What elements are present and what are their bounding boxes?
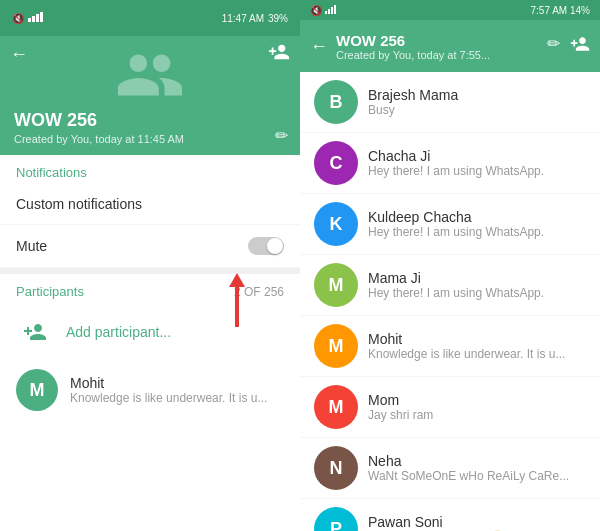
- right-edit-button[interactable]: ✏: [547, 34, 560, 58]
- chat-item[interactable]: P Pawan Soni # silence have secrets 😊: [300, 499, 600, 531]
- add-person-button[interactable]: [268, 41, 290, 68]
- right-add-person-button[interactable]: [570, 34, 590, 58]
- add-participant-item[interactable]: Add participant...: [0, 303, 300, 361]
- right-status-bar: 🔇 7:57 AM 14%: [300, 0, 600, 20]
- avatar-letter: P: [314, 507, 358, 531]
- left-panel: 🔇 11:47 AM 39% ←: [0, 0, 300, 531]
- chat-name: Mohit: [368, 331, 586, 347]
- chat-message: Knowledge is like underwear. It is u...: [368, 347, 586, 361]
- mute-item[interactable]: Mute: [0, 225, 300, 268]
- left-status-right: 11:47 AM 39%: [222, 13, 288, 24]
- chat-message: Hey there! I am using WhatsApp.: [368, 225, 586, 239]
- signal-icon: [28, 12, 43, 24]
- mute-toggle[interactable]: [248, 237, 284, 255]
- chat-avatar: M: [314, 385, 358, 429]
- right-header: 🔇 7:57 AM 14% ← WOW 256 Created: [300, 0, 600, 72]
- chat-info: Mom Jay shri ram: [368, 392, 586, 422]
- participant-avatar: M: [16, 369, 58, 411]
- chat-name: Chacha Ji: [368, 148, 586, 164]
- chat-avatar: C: [314, 141, 358, 185]
- chat-message: Hey there! I am using WhatsApp.: [368, 286, 586, 300]
- avatar-letter: K: [314, 202, 358, 246]
- left-battery: 39%: [268, 13, 288, 24]
- participants-label: Participants: [16, 284, 84, 299]
- custom-notifications-item[interactable]: Custom notifications: [0, 184, 300, 225]
- group-info: WOW 256 Created by You, today at 11:45 A…: [14, 110, 286, 145]
- left-content: Notifications Custom notifications Mute …: [0, 155, 300, 531]
- avatar-letter: M: [314, 324, 358, 368]
- left-status-bar: 🔇 11:47 AM 39%: [0, 0, 300, 36]
- chat-message: Hey there! I am using WhatsApp.: [368, 164, 586, 178]
- participant-status: Knowledge is like underwear. It is u...: [70, 391, 284, 405]
- right-time: 7:57 AM: [531, 5, 568, 16]
- chat-name: Kuldeep Chacha: [368, 209, 586, 225]
- chat-item[interactable]: M Mama Ji Hey there! I am using WhatsApp…: [300, 255, 600, 316]
- right-signal: [325, 5, 336, 16]
- chat-avatar: B: [314, 80, 358, 124]
- left-time: 11:47 AM: [222, 13, 264, 24]
- right-panel: 🔇 7:57 AM 14% ← WOW 256 Created: [300, 0, 600, 531]
- left-header: 🔇 11:47 AM 39% ←: [0, 0, 300, 155]
- toggle-knob: [267, 238, 283, 254]
- chat-info: Kuldeep Chacha Hey there! I am using Wha…: [368, 209, 586, 239]
- edit-button[interactable]: ✏: [275, 126, 288, 145]
- back-button[interactable]: ←: [10, 44, 28, 65]
- right-status-left: 🔇: [310, 5, 336, 16]
- right-group-sub: Created by You, today at 7:55...: [336, 49, 539, 61]
- chat-info: Mama Ji Hey there! I am using WhatsApp.: [368, 270, 586, 300]
- right-battery: 14%: [570, 5, 590, 16]
- right-back-button[interactable]: ←: [310, 36, 328, 57]
- chat-name: Neha: [368, 453, 586, 469]
- left-group-name: WOW 256: [14, 110, 286, 131]
- avatar-letter: M: [314, 385, 358, 429]
- right-status-right: 7:57 AM 14%: [531, 5, 591, 16]
- right-mute-icon: 🔇: [310, 5, 322, 16]
- chat-name: Mom: [368, 392, 586, 408]
- custom-notifications-label: Custom notifications: [16, 196, 142, 212]
- right-group-info: WOW 256 Created by You, today at 7:55...: [336, 32, 539, 61]
- chat-item[interactable]: K Kuldeep Chacha Hey there! I am using W…: [300, 194, 600, 255]
- mute-icon: 🔇: [12, 13, 24, 24]
- right-header-content: ← WOW 256 Created by You, today at 7:55.…: [300, 20, 600, 72]
- chat-avatar: P: [314, 507, 358, 531]
- chat-avatar: M: [314, 324, 358, 368]
- chat-message: Jay shri ram: [368, 408, 586, 422]
- chat-info: Mohit Knowledge is like underwear. It is…: [368, 331, 586, 361]
- participants-header: Participants 2 OF 256: [0, 274, 300, 303]
- mute-label: Mute: [16, 238, 47, 254]
- chat-avatar: N: [314, 446, 358, 490]
- notifications-header: Notifications: [0, 155, 300, 184]
- right-header-icons: ✏: [547, 34, 590, 58]
- chat-avatar: K: [314, 202, 358, 246]
- chat-info: Neha WaNt SoMeOnE wHo ReAiLy CaRe...: [368, 453, 586, 483]
- chat-info: Brajesh Mama Busy: [368, 87, 586, 117]
- add-participant-label: Add participant...: [66, 324, 171, 340]
- chat-avatar: M: [314, 263, 358, 307]
- avatar-letter: M: [16, 369, 58, 411]
- participant-item[interactable]: M Mohit Knowledge is like underwear. It …: [0, 361, 300, 419]
- chat-info: Pawan Soni # silence have secrets 😊: [368, 514, 586, 531]
- chat-item[interactable]: M Mohit Knowledge is like underwear. It …: [300, 316, 600, 377]
- left-group-created: Created by You, today at 11:45 AM: [14, 133, 286, 145]
- chat-item[interactable]: B Brajesh Mama Busy: [300, 72, 600, 133]
- chat-item[interactable]: C Chacha Ji Hey there! I am using WhatsA…: [300, 133, 600, 194]
- avatar-letter: N: [314, 446, 358, 490]
- chat-name: Mama Ji: [368, 270, 586, 286]
- chat-info: Chacha Ji Hey there! I am using WhatsApp…: [368, 148, 586, 178]
- chat-message: WaNt SoMeOnE wHo ReAiLy CaRe...: [368, 469, 586, 483]
- chat-name: Brajesh Mama: [368, 87, 586, 103]
- chat-item[interactable]: N Neha WaNt SoMeOnE wHo ReAiLy CaRe...: [300, 438, 600, 499]
- chat-list: B Brajesh Mama Busy C Chacha Ji Hey ther…: [300, 72, 600, 531]
- chat-item[interactable]: M Mom Jay shri ram: [300, 377, 600, 438]
- add-participant-icon: [16, 313, 54, 351]
- avatar-letter: M: [314, 263, 358, 307]
- group-avatar: [115, 40, 185, 110]
- right-group-name: WOW 256: [336, 32, 539, 49]
- avatar-letter: C: [314, 141, 358, 185]
- participant-info: Mohit Knowledge is like underwear. It is…: [70, 375, 284, 405]
- participant-name: Mohit: [70, 375, 284, 391]
- chat-message: Busy: [368, 103, 586, 117]
- left-status-left: 🔇: [12, 12, 43, 24]
- chat-name: Pawan Soni: [368, 514, 586, 530]
- avatar-letter: B: [314, 80, 358, 124]
